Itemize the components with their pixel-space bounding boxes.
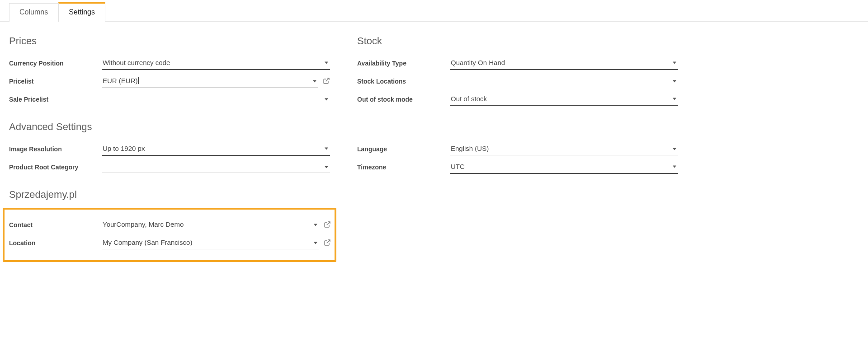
- section-prices-title: Prices: [9, 35, 330, 47]
- label-pricelist: Pricelist: [9, 78, 102, 85]
- section-stock-title: Stock: [357, 35, 678, 47]
- select-language[interactable]: English (US): [450, 143, 678, 155]
- right-column: Stock Availability Type Quantity On Hand…: [357, 35, 678, 262]
- chevron-down-icon: [314, 242, 317, 244]
- select-contact[interactable]: YourCompany, Marc Demo: [102, 219, 319, 231]
- select-timezone[interactable]: UTC: [450, 161, 678, 174]
- row-out-of-stock: Out of stock mode Out of stock: [357, 90, 678, 108]
- label-stock-locations: Stock Locations: [357, 78, 450, 85]
- label-language: Language: [357, 145, 450, 153]
- row-contact: Contact YourCompany, Marc Demo: [9, 216, 331, 234]
- row-availability-type: Availability Type Quantity On Hand: [357, 54, 678, 72]
- external-link-icon[interactable]: [324, 239, 331, 248]
- select-image-resolution[interactable]: Up to 1920 px: [102, 143, 330, 156]
- select-currency-position[interactable]: Without currency code: [102, 57, 330, 70]
- chevron-down-icon: [325, 166, 328, 168]
- chevron-down-icon: [325, 62, 328, 64]
- highlight-region: Contact YourCompany, Marc Demo: [3, 208, 336, 262]
- row-location: Location My Company (San Francisco): [9, 234, 331, 252]
- select-value: English (US): [451, 145, 489, 152]
- chevron-down-icon: [313, 80, 316, 82]
- row-currency-position: Currency Position Without currency code: [9, 54, 330, 72]
- select-value: UTC: [451, 163, 465, 170]
- row-timezone: Timezone UTC: [357, 158, 678, 176]
- row-image-resolution: Image Resolution Up to 1920 px: [9, 140, 330, 158]
- select-stock-locations[interactable]: [450, 75, 678, 87]
- section-advanced-title: Advanced Settings: [9, 121, 330, 133]
- external-link-icon[interactable]: [324, 221, 331, 229]
- tab-label: Settings: [69, 8, 95, 16]
- label-timezone: Timezone: [357, 164, 450, 171]
- label-sale-pricelist: Sale Pricelist: [9, 96, 102, 103]
- tab-bar: Columns Settings: [0, 0, 868, 22]
- chevron-down-icon: [314, 224, 317, 226]
- label-contact: Contact: [9, 221, 102, 229]
- chevron-down-icon: [673, 148, 676, 150]
- select-value: YourCompany, Marc Demo: [103, 220, 184, 228]
- label-availability-type: Availability Type: [357, 60, 450, 67]
- chevron-down-icon: [325, 148, 328, 150]
- chevron-down-icon: [673, 166, 676, 168]
- chevron-down-icon: [673, 80, 676, 82]
- svg-line-0: [326, 78, 329, 81]
- label-product-root-category: Product Root Category: [9, 164, 102, 171]
- select-value: Quantity On Hand: [451, 59, 505, 66]
- select-availability-type[interactable]: Quantity On Hand: [450, 57, 678, 70]
- label-image-resolution: Image Resolution: [9, 145, 102, 153]
- select-value: Without currency code: [103, 59, 170, 66]
- row-stock-locations: Stock Locations: [357, 72, 678, 90]
- row-sale-pricelist: Sale Pricelist: [9, 90, 330, 108]
- label-currency-position: Currency Position: [9, 60, 102, 67]
- label-location: Location: [9, 239, 102, 247]
- select-product-root-category[interactable]: [102, 161, 330, 173]
- tab-columns[interactable]: Columns: [9, 3, 58, 22]
- select-value: EUR (EUR): [103, 77, 139, 84]
- section-spr-title: Sprzedajemy.pl: [9, 189, 330, 201]
- select-out-of-stock[interactable]: Out of stock: [450, 93, 678, 106]
- chevron-down-icon: [673, 62, 676, 64]
- svg-line-1: [327, 222, 330, 225]
- svg-line-2: [327, 240, 330, 243]
- row-pricelist: Pricelist EUR (EUR): [9, 72, 330, 90]
- label-out-of-stock: Out of stock mode: [357, 96, 450, 103]
- chevron-down-icon: [673, 98, 676, 100]
- left-column: Prices Currency Position Without currenc…: [9, 35, 330, 262]
- select-location[interactable]: My Company (San Francisco): [102, 237, 319, 249]
- select-value: Up to 1920 px: [103, 145, 145, 152]
- external-link-icon[interactable]: [323, 77, 330, 86]
- settings-form: Prices Currency Position Without currenc…: [0, 22, 687, 298]
- tab-label: Columns: [19, 8, 48, 16]
- tab-settings[interactable]: Settings: [58, 2, 105, 22]
- row-language: Language English (US): [357, 140, 678, 158]
- row-product-root-category: Product Root Category: [9, 158, 330, 176]
- select-value: Out of stock: [451, 95, 487, 103]
- chevron-down-icon: [325, 98, 328, 100]
- select-value: My Company (San Francisco): [103, 238, 192, 246]
- select-sale-pricelist[interactable]: [102, 94, 330, 105]
- select-pricelist[interactable]: EUR (EUR): [102, 75, 318, 88]
